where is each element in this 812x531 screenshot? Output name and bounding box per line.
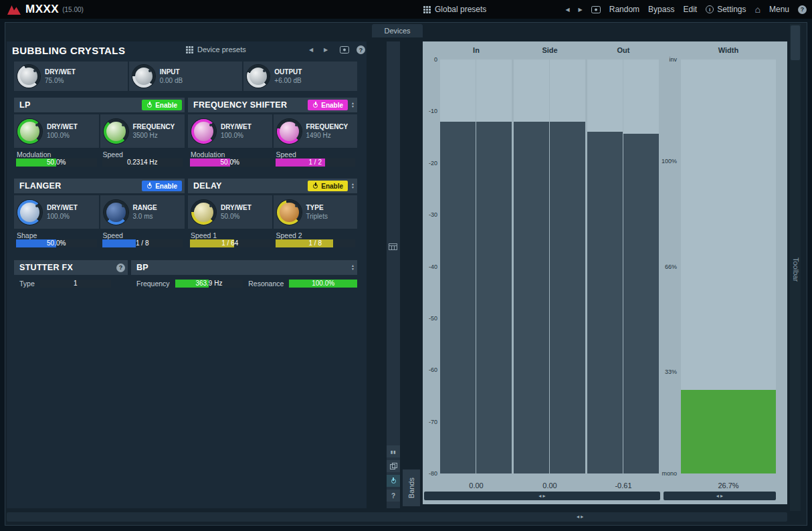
- knob-value: 0.00 dB: [160, 77, 183, 84]
- tab-bands-label: Bands: [407, 477, 415, 498]
- device-presets-button[interactable]: Device presets: [186, 45, 246, 54]
- param-label: Resonance: [248, 280, 284, 288]
- list-view-icon[interactable]: [389, 241, 397, 253]
- module-header[interactable]: FREQUENCY SHIFTER Enable ▲▼: [188, 98, 357, 112]
- module-title: STUTTER FX: [19, 263, 73, 272]
- flanger-range-knob[interactable]: [104, 200, 128, 225]
- module-header[interactable]: DELAY Enable ▲▼: [188, 179, 357, 193]
- device-help-icon[interactable]: ?: [357, 45, 365, 54]
- stutter-help-icon[interactable]: ?: [116, 263, 125, 272]
- width-meter[interactable]: [681, 60, 776, 473]
- lp-dry-wet-knob[interactable]: [17, 119, 42, 144]
- meter-side-left[interactable]: [514, 60, 549, 473]
- prev-preset-button[interactable]: ◀: [565, 7, 569, 13]
- bp-resonance-slider[interactable]: 100.0%: [289, 280, 357, 288]
- module-lp: LP Enable DRY/WET100.0% FREQUENCY3500 Hz…: [14, 98, 185, 167]
- stutter-type-slider[interactable]: 1: [40, 280, 111, 288]
- scroll-arrows-icon: ◂ ▸: [538, 493, 545, 499]
- meter-side-right[interactable]: [550, 60, 585, 473]
- in-readout[interactable]: 0.00: [440, 482, 512, 490]
- module-frequency-shifter: FREQUENCY SHIFTER Enable ▲▼ DRY/WET100.0…: [188, 98, 357, 167]
- scroll-arrows-icon: ◂ ▸: [716, 493, 723, 499]
- device-presets-label: Device presets: [197, 45, 246, 54]
- enable-button[interactable]: Enable: [142, 100, 182, 110]
- bypass-button[interactable]: Bypass: [648, 5, 674, 14]
- enable-button[interactable]: Enable: [308, 181, 348, 191]
- tab-toolbar[interactable]: Toolbar: [792, 257, 800, 282]
- bottom-scrollbar[interactable]: ◂ ▸: [7, 512, 787, 522]
- shifter-frequency-knob[interactable]: [277, 119, 302, 144]
- power-icon: [146, 102, 153, 108]
- shifter-dry-wet-knob[interactable]: [191, 119, 216, 144]
- settings-label: Settings: [717, 5, 746, 14]
- flanger-dry-wet-knob[interactable]: [17, 200, 42, 225]
- meter-in-right[interactable]: [476, 60, 512, 473]
- lp-modulation-slider[interactable]: 50.0%: [16, 158, 97, 167]
- toolbar-rail: Toolbar: [790, 24, 801, 511]
- knob-cell: RANGE3.0 ms: [100, 195, 185, 229]
- meter-power-button[interactable]: [387, 475, 400, 487]
- info-icon: i: [706, 5, 714, 13]
- delay-speed2-slider[interactable]: 1 / 8: [276, 239, 356, 247]
- meter-out-left[interactable]: [587, 60, 623, 473]
- delay-type-knob[interactable]: [277, 200, 302, 225]
- order-stepper[interactable]: ▲▼: [351, 183, 354, 189]
- random-button[interactable]: Random: [609, 5, 639, 14]
- module-title: FLANGER: [19, 181, 62, 191]
- tab-devices[interactable]: Devices: [372, 24, 423, 37]
- screenshot-icon[interactable]: [340, 46, 349, 54]
- device-panel: BUBBLING CRYSTALS Device presets ◀ ▶ ? D…: [7, 41, 367, 508]
- shifter-speed-slider[interactable]: 1 / 2: [276, 158, 356, 167]
- titlebar: MXXX (15.00) Global presets ◀ ▶ Random B…: [0, 0, 812, 19]
- menu-button[interactable]: Menu: [769, 5, 789, 14]
- flanger-shape-slider[interactable]: 50.0%: [16, 239, 97, 247]
- meter-in-left[interactable]: [440, 60, 476, 473]
- slider-label: Speed: [102, 230, 183, 239]
- lp-frequency-knob[interactable]: [104, 119, 128, 144]
- shifter-modulation-slider[interactable]: 50.0%: [190, 158, 270, 167]
- input-gain-cell: INPUT0.00 dB: [129, 62, 243, 91]
- edit-button[interactable]: Edit: [683, 5, 697, 14]
- knob-cell: DRY/WET100.0%: [188, 114, 272, 148]
- screenshot-icon[interactable]: [591, 6, 601, 13]
- delay-speed1-slider[interactable]: 1 / 64: [190, 239, 270, 247]
- preset-title: BUBBLING CRYSTALS: [12, 45, 125, 56]
- help-icon[interactable]: ?: [798, 5, 807, 14]
- lp-speed-slider[interactable]: 0.2314 Hz: [102, 158, 183, 167]
- enable-button[interactable]: Enable: [142, 181, 182, 191]
- module-header[interactable]: BP ▲▼: [131, 260, 357, 275]
- module-header[interactable]: LP Enable: [14, 98, 185, 112]
- vertical-scrollbar-thumb[interactable]: [791, 25, 800, 60]
- order-stepper[interactable]: ▲▼: [351, 102, 354, 108]
- meter-help-button[interactable]: ?: [387, 490, 400, 502]
- order-stepper[interactable]: ▲▼: [351, 264, 354, 271]
- device-preset-prev-button[interactable]: ◀: [309, 47, 313, 53]
- knob-cell: DRY/WET100.0%: [14, 114, 99, 148]
- meter-scrollbar[interactable]: ◂ ▸: [424, 492, 660, 500]
- tab-bands[interactable]: Bands: [403, 469, 420, 506]
- next-preset-button[interactable]: ▶: [579, 7, 583, 13]
- input-knob[interactable]: [132, 65, 155, 88]
- bp-frequency-slider[interactable]: 363.9 Hz: [175, 280, 243, 288]
- enable-button[interactable]: Enable: [308, 100, 348, 110]
- settings-button[interactable]: iSettings: [706, 5, 746, 14]
- module-header[interactable]: STUTTER FX ?: [14, 260, 128, 275]
- side-readout[interactable]: 0.00: [514, 482, 586, 490]
- global-presets-button[interactable]: Global presets: [423, 0, 486, 19]
- home-icon[interactable]: ⌂: [755, 4, 760, 15]
- knob-cell: FREQUENCY3500 Hz: [100, 114, 185, 148]
- melda-logo-icon: [7, 4, 21, 15]
- module-header[interactable]: FLANGER Enable: [14, 179, 185, 193]
- output-knob[interactable]: [247, 65, 270, 88]
- popup-window-button[interactable]: [387, 460, 400, 472]
- width-readout[interactable]: 26.7%: [681, 482, 776, 490]
- out-readout[interactable]: -0.61: [587, 482, 659, 490]
- dry-wet-knob[interactable]: [17, 65, 40, 88]
- delay-dry-wet-knob[interactable]: [191, 200, 216, 225]
- flanger-speed-slider[interactable]: 1 / 8: [102, 239, 183, 247]
- knob-cell: DRY/WET50.0%: [188, 195, 272, 229]
- enable-label: Enable: [321, 183, 343, 190]
- device-preset-next-button[interactable]: ▶: [324, 47, 328, 53]
- width-scrollbar[interactable]: ◂ ▸: [664, 492, 776, 500]
- pause-button[interactable]: ▮▮: [387, 445, 400, 457]
